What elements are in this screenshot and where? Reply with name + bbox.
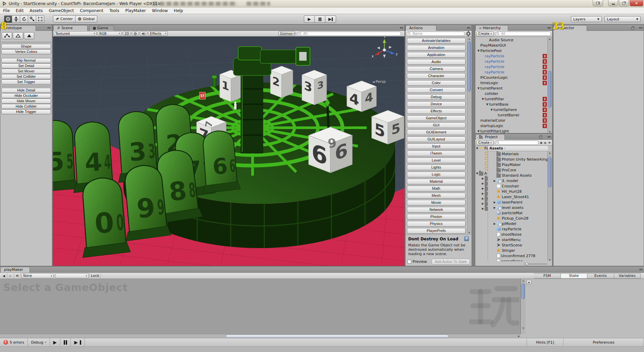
project-item[interactable]: ▶piModel [488,221,548,226]
hierarchy-item[interactable]: Audio Source [475,37,548,43]
close-button[interactable]: × [630,0,643,6]
edge-mode-icon[interactable] [13,32,23,39]
playmaker-tab[interactable]: Events [587,273,614,279]
project-item[interactable]: particleMat [488,210,548,216]
hierarchy-item[interactable]: rayParticle [475,53,548,59]
prototype-button[interactable]: Hide Mover [1,99,51,104]
scale-tool-icon[interactable] [28,15,36,23]
playmaker-graph-canvas[interactable]: Select a GameObject [0,279,521,334]
project-tree-item[interactable]: ▶ [475,176,488,181]
space-toggle-button[interactable]: Global [75,15,97,22]
action-category-button[interactable]: Character [407,73,466,79]
project-tree-item[interactable] [475,156,488,161]
gear-icon[interactable] [466,32,471,36]
prototype-button[interactable]: Vertex Colors [1,49,51,54]
project-tree-item[interactable]: ▼A [475,171,488,176]
prototype-button[interactable]: Set Trigger [1,79,51,84]
project-search-input[interactable] [495,140,539,145]
rect-tool-icon[interactable] [36,15,44,23]
action-category-button[interactable]: GUILayout [407,136,466,142]
prototype-button[interactable]: Hide Detail [1,88,51,93]
project-item[interactable]: ▶3. model [488,178,548,183]
hierarchy-item[interactable]: ▼turretParent [475,85,548,91]
prototype-button[interactable]: Hide Occluder [1,93,51,98]
action-category-button[interactable]: Convert [407,87,466,93]
prototype-button[interactable]: Flip Normal [1,58,51,63]
gizmos-dropdown[interactable]: Gizmos▾ [278,31,295,36]
action-category-button[interactable]: Debug [407,94,466,100]
preview-checkbox[interactable] [408,260,411,263]
hierarchy-item[interactable]: rayParticle [475,59,548,64]
fsm-select-dropdown[interactable]: None▾ [21,273,54,278]
panel-menu-icon[interactable]: ▾≡ [547,135,551,138]
menu-item[interactable]: Tools [106,7,122,14]
hierarchy-item[interactable]: ▼turretPillar [475,96,548,102]
project-item[interactable]: Photon Unity Networking [488,157,548,162]
perspective-label[interactable]: Persp [372,79,386,84]
action-category-button[interactable]: GameObject [407,115,466,121]
project-item[interactable]: rayParticle [488,226,548,232]
tab-hierarchy[interactable]: ≡Hierarchy [475,25,508,31]
action-category-button[interactable]: Device [407,101,466,107]
project-item[interactable]: wrongNoise [488,258,548,261]
prototype-button[interactable]: Hide Trigger [1,109,51,114]
layout-dropdown[interactable]: Layout▼ [604,16,641,22]
panel-menu-icon[interactable]: ▾≡ [639,26,642,30]
fsm-menu-icon[interactable]: ≡ [14,273,21,279]
action-category-button[interactable]: Animation [407,45,466,51]
action-category-button[interactable]: Application [407,52,466,58]
panel-menu-icon[interactable]: ▾≡ [47,26,51,30]
hierarchy-item[interactable]: PlayMakerGUI [475,43,548,48]
playmaker-tab[interactable]: Variables [614,273,641,279]
project-item[interactable]: Crosshair [488,183,548,189]
minimize-button[interactable] [608,0,618,6]
canvas-vertical-scrollbar[interactable]: ▲ ▼ [521,279,526,334]
menu-item[interactable]: PlayMaker [122,7,149,14]
action-category-button[interactable]: Math [407,186,466,191]
tab-scene[interactable]: #Scene [53,25,88,31]
tab-actions[interactable]: Actions [406,25,436,31]
hierarchy-create-button[interactable]: Create▾ [476,32,494,36]
render-channel-dropdown[interactable]: RGB▾ [98,31,122,36]
pm-step-button[interactable]: ▶ [71,338,85,347]
project-item[interactable]: Laser_Shoot41 [488,194,548,199]
effects-dropdown[interactable]: Effects▾ [148,31,168,36]
scene-search-input[interactable] [297,32,401,36]
action-category-button[interactable]: Material [407,179,466,184]
action-category-button[interactable]: Physics [407,221,466,227]
menu-item[interactable]: Component [77,7,106,14]
2d-toggle-button[interactable]: 2D [123,31,131,36]
window-tool-button[interactable] [593,0,603,6]
project-tree-item[interactable] [475,161,488,166]
project-item[interactable]: ProCore [488,167,548,173]
pause-button[interactable] [315,15,325,23]
project-breadcrumb[interactable]: Assets› [488,146,548,151]
prototype-button[interactable]: Set Collider [1,74,51,79]
project-item[interactable]: Standard Assets [488,173,548,178]
panel-menu-icon[interactable]: ▾≡ [467,26,470,30]
scroll-up-icon[interactable]: ▲ [527,280,531,285]
prototype-button[interactable]: Set Mover [1,69,51,74]
hierarchy-item[interactable]: materialColor [475,118,548,123]
project-item[interactable]: Stinger [488,248,548,253]
add-action-button[interactable]: Add Action To State [432,259,470,265]
shading-dropdown[interactable]: Textured▾ [54,31,97,36]
restore-button[interactable] [619,0,629,6]
actions-scrollbar[interactable]: ▲ ▼ [467,37,471,234]
action-category-button[interactable]: GUIElement [407,129,466,135]
playmaker-tab[interactable]: FSM [534,273,561,279]
error-count[interactable]: !5 errors [0,338,28,347]
hierarchy-item[interactable]: rayParticle [475,69,548,75]
action-category-button[interactable]: Camera [407,66,466,72]
favorites-filter-icon[interactable]: ★ [548,140,551,145]
state-select-dropdown[interactable]: ▾ [55,273,89,278]
menu-item[interactable]: File [0,7,13,14]
action-category-button[interactable]: iTween [407,151,466,156]
play-button[interactable]: ▶ [304,15,315,23]
move-tool-icon[interactable] [12,15,20,23]
project-item[interactable]: ▶level assets [488,205,548,210]
project-tree-item[interactable]: ▶ [475,191,488,196]
playmaker-tab[interactable]: State [561,273,588,279]
action-category-button[interactable]: AnimateVariables [407,38,466,44]
action-category-button[interactable]: Level [407,158,466,163]
